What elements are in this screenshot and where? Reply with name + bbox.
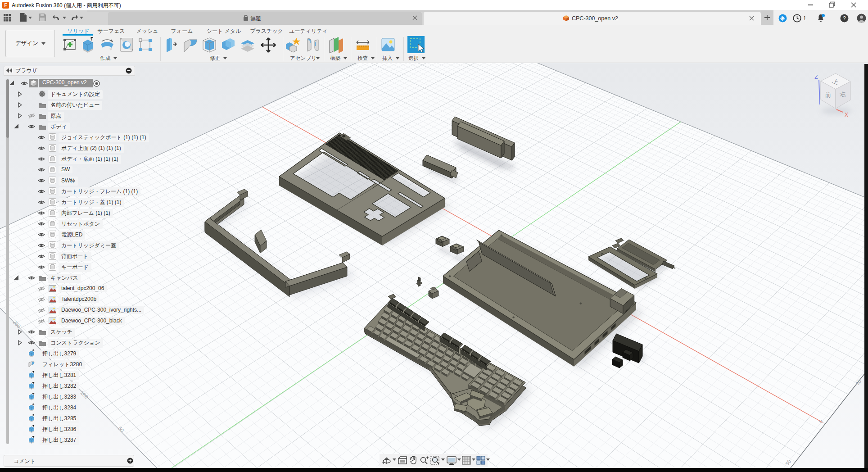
svg-text:前: 前 (825, 91, 831, 98)
svg-text:Z: Z (814, 74, 818, 80)
svg-text:X: X (845, 112, 848, 118)
svg-text:?: ? (843, 15, 846, 22)
